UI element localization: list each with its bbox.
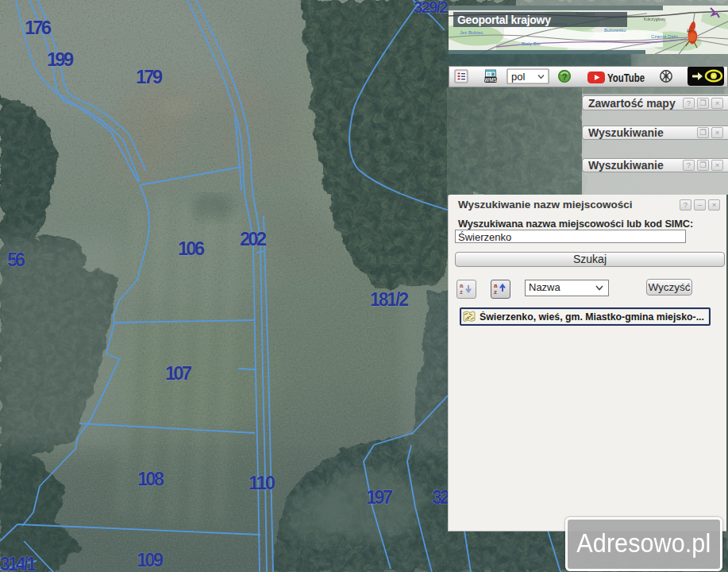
svg-text:107: 107 [165, 362, 192, 384]
svg-text:Biały Bór: Biały Bór [522, 41, 541, 46]
svg-text:202: 202 [240, 228, 267, 249]
svg-text:176: 176 [25, 17, 52, 38]
svg-text:Bobowsko: Bobowsko [604, 28, 626, 33]
svg-text:WMS: WMS [484, 77, 498, 83]
svg-text:329/2: 329/2 [414, 0, 449, 16]
svg-text:181/2: 181/2 [370, 289, 409, 310]
svg-text:197: 197 [366, 486, 393, 508]
svg-text:z: z [494, 288, 497, 296]
svg-text:Kołczygłowy: Kołczygłowy [644, 17, 666, 21]
svg-text:314/1: 314/1 [0, 554, 37, 572]
svg-text:110: 110 [248, 472, 275, 493]
svg-text:?: ? [562, 72, 568, 82]
svg-text:179: 179 [136, 66, 163, 87]
svg-text:pol: pol [511, 71, 525, 83]
svg-text:109: 109 [137, 549, 164, 570]
svg-text:z: z [460, 288, 463, 296]
svg-text:56: 56 [7, 249, 25, 270]
svg-text:106: 106 [178, 238, 205, 259]
svg-text:Jez.Bobiec.: Jez.Bobiec. [460, 30, 484, 35]
svg-text:Czarna Dabr.: Czarna Dabr. [651, 34, 680, 39]
svg-text:108: 108 [137, 468, 164, 489]
svg-text:YouTube: YouTube [607, 72, 645, 84]
svg-text:199: 199 [47, 48, 74, 70]
svg-text:Geoportal krajowy: Geoportal krajowy [457, 14, 551, 26]
